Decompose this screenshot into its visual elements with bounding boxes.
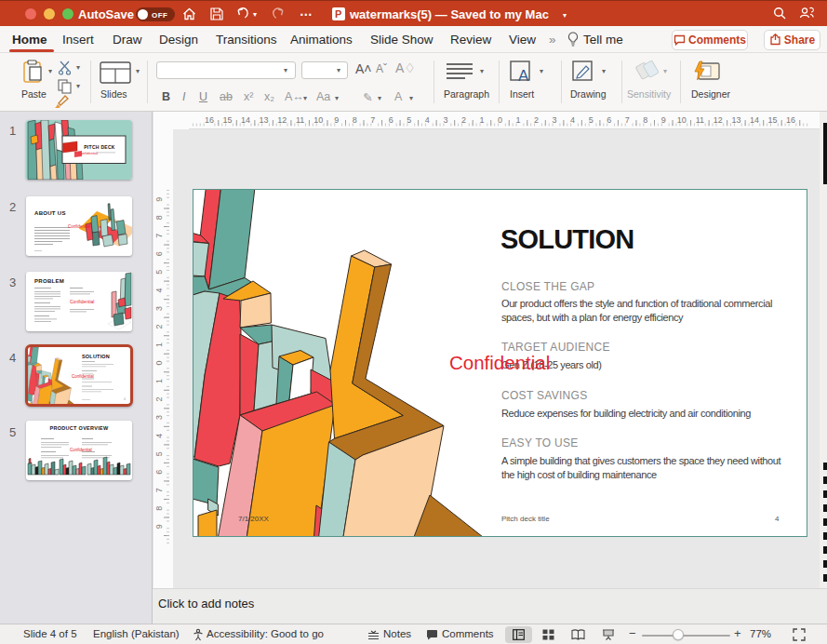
svg-text:13: 13	[731, 115, 740, 125]
svg-text:Confidential: Confidential	[78, 151, 98, 155]
svg-text:5: 5	[154, 270, 164, 275]
svg-text:PITCH DECK: PITCH DECK	[84, 144, 115, 150]
svg-text:15: 15	[767, 115, 777, 125]
svg-text:9: 9	[154, 524, 164, 529]
svg-text:Confidential: Confidential	[68, 224, 90, 229]
svg-text:11: 11	[696, 115, 704, 125]
svg-text:ABOUT US: ABOUT US	[34, 210, 66, 216]
svg-text:7: 7	[154, 488, 164, 492]
svg-text:8: 8	[154, 506, 164, 511]
svg-text:3: 3	[154, 306, 164, 311]
svg-text:5: 5	[154, 451, 164, 456]
svg-text:4: 4	[154, 434, 164, 438]
svg-text:6: 6	[154, 470, 164, 475]
svg-text:13: 13	[260, 115, 269, 125]
svg-text:Confidential: Confidential	[72, 374, 94, 379]
svg-text:2: 2	[154, 397, 164, 402]
svg-text:12: 12	[277, 115, 287, 125]
svg-text:14: 14	[241, 115, 250, 125]
svg-text:A: A	[518, 67, 529, 85]
svg-text:12: 12	[714, 115, 723, 125]
svg-text:2: 2	[154, 324, 164, 329]
svg-text:16: 16	[786, 115, 795, 125]
svg-text:SOLUTION: SOLUTION	[82, 354, 110, 359]
svg-text:4: 4	[154, 288, 164, 292]
svg-text:16: 16	[205, 115, 214, 125]
svg-text:7: 7	[154, 234, 164, 238]
svg-text:PRODUCT OVERVIEW: PRODUCT OVERVIEW	[49, 425, 109, 431]
svg-text:0: 0	[154, 360, 164, 365]
svg-text:10: 10	[313, 115, 323, 125]
svg-text:15: 15	[223, 115, 233, 125]
svg-text:4: 4	[124, 397, 126, 401]
svg-text:Confidential: Confidential	[70, 448, 92, 452]
svg-text:8: 8	[154, 215, 164, 220]
svg-text:6: 6	[154, 251, 164, 256]
svg-text:10: 10	[677, 115, 687, 125]
svg-text:9: 9	[154, 197, 164, 202]
svg-text:Confidential: Confidential	[70, 299, 94, 304]
svg-text:3: 3	[154, 415, 164, 420]
svg-text:1: 1	[154, 342, 164, 347]
svg-text:PROBLEM: PROBLEM	[34, 278, 64, 284]
svg-text:11: 11	[296, 115, 304, 125]
svg-text:14: 14	[750, 115, 759, 125]
svg-text:1: 1	[154, 379, 164, 383]
